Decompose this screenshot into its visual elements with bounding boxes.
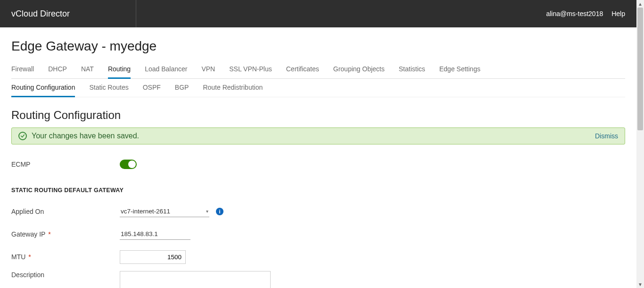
applied-on-label: Applied On — [11, 208, 120, 215]
chevron-down-icon: ▾ — [206, 209, 208, 214]
tab-nat[interactable]: NAT — [81, 62, 94, 78]
tab-grouping-objects[interactable]: Grouping Objects — [333, 62, 385, 78]
section-title: Routing Configuration — [11, 109, 625, 122]
tab-firewall[interactable]: Firewall — [11, 62, 34, 78]
ecmp-label: ECMP — [11, 161, 120, 168]
subtab-bgp[interactable]: BGP — [175, 79, 189, 97]
user-identity[interactable]: alina@ms-test2018 — [546, 10, 603, 17]
alert-message: Your changes have been saved. — [32, 132, 139, 140]
tab-dhcp[interactable]: DHCP — [48, 62, 67, 78]
info-icon[interactable]: i — [216, 208, 223, 215]
tabs-secondary: Routing Configuration Static Routes OSPF… — [11, 79, 625, 97]
applied-on-value: vc7-internet-2611 — [121, 208, 170, 215]
tab-routing[interactable]: Routing — [108, 62, 131, 79]
scroll-up-icon[interactable]: ▲ — [636, 0, 644, 8]
topbar: vCloud Director alina@ms-test2018 Help — [0, 0, 636, 27]
tab-statistics[interactable]: Statistics — [399, 62, 425, 78]
check-circle-icon — [18, 132, 27, 140]
alert-dismiss[interactable]: Dismiss — [595, 132, 618, 140]
page-title: Edge Gateway - myedge — [11, 39, 625, 54]
vertical-scrollbar[interactable]: ▲ ▼ — [636, 0, 644, 288]
tab-certificates[interactable]: Certificates — [286, 62, 319, 78]
subtab-ospf[interactable]: OSPF — [143, 79, 161, 97]
mtu-input[interactable] — [120, 250, 186, 264]
gateway-ip-input[interactable] — [120, 229, 190, 240]
tab-ssl-vpn-plus[interactable]: SSL VPN-Plus — [229, 62, 272, 78]
tabs-primary: Firewall DHCP NAT Routing Load Balancer … — [11, 62, 625, 79]
tab-edge-settings[interactable]: Edge Settings — [439, 62, 480, 78]
tab-load-balancer[interactable]: Load Balancer — [145, 62, 187, 78]
description-label: Description — [11, 271, 120, 279]
tab-vpn[interactable]: VPN — [201, 62, 215, 78]
subtab-static-routes[interactable]: Static Routes — [89, 79, 128, 97]
static-routing-head: STATIC ROUTING DEFAULT GATEWAY — [11, 187, 625, 194]
ecmp-toggle[interactable] — [120, 160, 137, 169]
mtu-label: MTU * — [11, 253, 120, 261]
subtab-route-redistribution[interactable]: Route Redistribution — [203, 79, 263, 97]
help-link[interactable]: Help — [611, 10, 625, 17]
brand[interactable]: vCloud Director — [11, 0, 136, 27]
scroll-thumb[interactable] — [637, 8, 643, 130]
success-alert: Your changes have been saved. Dismiss — [11, 127, 625, 144]
subtab-routing-configuration[interactable]: Routing Configuration — [11, 79, 75, 97]
applied-on-select[interactable]: vc7-internet-2611 ▾ — [120, 206, 209, 217]
description-textarea[interactable] — [120, 271, 271, 288]
gateway-ip-label: Gateway IP * — [11, 230, 120, 238]
scroll-down-icon[interactable]: ▼ — [636, 280, 644, 288]
